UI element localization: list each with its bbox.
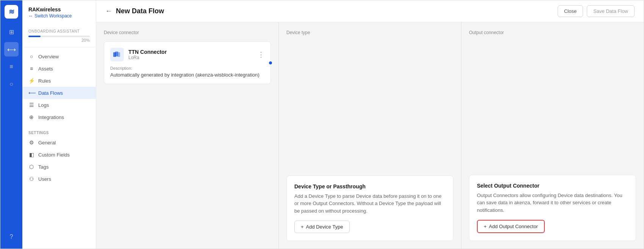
sidebar-item-label: Custom Fields xyxy=(38,152,70,158)
device-type-column: Device type Device Type or Passthrough A… xyxy=(279,22,461,249)
data-flows-icon: ⟵ xyxy=(28,90,34,96)
question-nav-icon[interactable]: ? xyxy=(4,230,19,244)
save-data-flow-button[interactable]: Save Data Flow xyxy=(587,5,635,17)
left-sidebar: RAKwireless ↔ Switch Workspace ONBOARDIN… xyxy=(22,0,96,249)
sidebar-item-general[interactable]: ⚙ General xyxy=(22,136,96,149)
card-title-group: TTN Connector LoRa xyxy=(128,49,167,60)
passthrough-info: Device Type or Passthrough Add a Device … xyxy=(286,175,453,241)
switch-workspace-link[interactable]: ↔ Switch Workspace xyxy=(28,13,90,19)
sidebar-item-overview[interactable]: ○ Overview xyxy=(22,50,96,63)
main-content: ← New Data Flow Close Save Data Flow Dev… xyxy=(96,0,644,249)
device-connector-column: Device connector xyxy=(96,22,279,249)
output-connector-column: Output connector Select Output Connector… xyxy=(461,22,644,249)
sidebar-item-tags[interactable]: ⬡ Tags xyxy=(22,161,96,173)
sidebar-item-custom-fields[interactable]: ◧ Custom Fields xyxy=(22,149,96,161)
back-button[interactable]: ← xyxy=(105,7,112,15)
workspace-name: RAKwireless xyxy=(28,6,90,13)
logo-box: ≋ xyxy=(5,5,18,19)
sidebar-item-label: Assets xyxy=(38,66,53,72)
app-logo: ≋ xyxy=(9,8,14,16)
flow-area: Device connector xyxy=(96,22,644,249)
sidebar-item-assets[interactable]: ≡ Assets xyxy=(22,63,96,75)
plus-icon: + xyxy=(484,224,487,229)
sidebar-item-label: Overview xyxy=(38,54,59,60)
sidebar-item-label: General xyxy=(38,140,56,146)
assets-icon: ≡ xyxy=(28,66,34,72)
card-subtitle: LoRa xyxy=(128,55,167,60)
device-connector-title: Device connector xyxy=(104,30,271,35)
app-container: ≋ ⊞ ⟷ ≡ ○ ? RAKwireless ↔ Switch Workspa… xyxy=(0,0,644,249)
onboarding-section: ONBOARDING ASSISTANT 20% xyxy=(22,25,96,47)
progress-bar-bg xyxy=(28,36,90,37)
top-bar-left: ← New Data Flow xyxy=(105,7,164,15)
rules-icon: ⚡ xyxy=(28,78,34,84)
sidebar-item-label: Data Flows xyxy=(38,90,63,96)
ttn-connector-icon xyxy=(110,48,124,61)
progress-bar-fill xyxy=(28,36,41,37)
card-icon-title: TTN Connector LoRa xyxy=(110,48,167,61)
general-icon: ⚙ xyxy=(28,139,34,146)
dataflows-nav-icon[interactable]: ⟷ xyxy=(4,42,19,56)
users-nav-icon[interactable]: ○ xyxy=(4,77,19,91)
description-text: Automatically generated by integration (… xyxy=(110,72,264,78)
settings-label: SETTINGS xyxy=(22,128,96,136)
output-info: Select Output Connector Output Connector… xyxy=(469,175,636,241)
output-text: Output Connectors allow configuring Devi… xyxy=(477,192,628,214)
add-output-connector-button[interactable]: + Add Output Connector xyxy=(477,220,545,233)
card-title: TTN Connector xyxy=(128,49,167,55)
icon-sidebar: ≋ ⊞ ⟷ ≡ ○ ? xyxy=(0,0,22,249)
connector-card: TTN Connector LoRa ⋮ Description: Automa… xyxy=(104,41,271,84)
add-device-type-label: Add Device Type xyxy=(306,224,343,230)
overview-icon: ○ xyxy=(28,53,34,60)
device-type-title: Device type xyxy=(286,30,453,35)
passthrough-title: Device Type or Passthrough xyxy=(294,183,445,189)
connector-dot xyxy=(268,61,273,65)
output-title: Select Output Connector xyxy=(477,183,628,189)
progress-text: 20% xyxy=(28,38,90,42)
logs-icon: ☰ xyxy=(28,102,34,108)
sidebar-item-label: Logs xyxy=(38,102,49,108)
page-title: New Data Flow xyxy=(116,7,164,15)
sidebar-item-data-flows[interactable]: ⟵ Data Flows xyxy=(22,87,96,99)
card-header: TTN Connector LoRa ⋮ xyxy=(110,48,264,61)
onboarding-label: ONBOARDING ASSISTANT xyxy=(28,29,90,33)
svg-rect-2 xyxy=(117,52,120,57)
top-bar: ← New Data Flow Close Save Data Flow xyxy=(96,0,644,22)
card-menu-button[interactable]: ⋮ xyxy=(258,50,264,59)
sidebar-item-label: Users xyxy=(38,176,51,182)
assets-nav-icon[interactable]: ≡ xyxy=(4,60,19,74)
sidebar-item-users[interactable]: ⚇ Users xyxy=(22,173,96,185)
sidebar-nav: ○ Overview ≡ Assets ⚡ Rules ⟵ Data Flows… xyxy=(22,50,96,243)
sidebar-header: RAKwireless ↔ Switch Workspace xyxy=(22,6,96,25)
sidebar-item-label: Tags xyxy=(38,164,48,170)
add-device-type-button[interactable]: + Add Device Type xyxy=(294,221,350,233)
integrations-icon: ⊕ xyxy=(28,114,34,120)
sidebar-item-rules[interactable]: ⚡ Rules xyxy=(22,75,96,87)
custom-fields-icon: ◧ xyxy=(28,152,34,158)
dashboard-nav-icon[interactable]: ⊞ xyxy=(4,25,19,39)
add-output-connector-label: Add Output Connector xyxy=(489,224,538,229)
passthrough-text: Add a Device Type to parse Device data b… xyxy=(294,193,445,215)
sidebar-item-label: Rules xyxy=(38,78,51,84)
settings-section: SETTINGS ⚙ General ◧ Custom Fields ⬡ Tag… xyxy=(22,128,96,185)
output-connector-title: Output connector xyxy=(469,30,636,35)
tags-icon: ⬡ xyxy=(28,164,34,170)
sidebar-item-integrations[interactable]: ⊕ Integrations xyxy=(22,111,96,123)
users-icon: ⚇ xyxy=(28,176,34,182)
top-bar-right: Close Save Data Flow xyxy=(558,5,635,17)
sidebar-item-label: Integrations xyxy=(38,114,64,120)
sidebar-item-logs[interactable]: ☰ Logs xyxy=(22,99,96,111)
description-label: Description: xyxy=(110,66,264,70)
plus-icon: + xyxy=(301,224,304,230)
ttn-svg xyxy=(113,50,122,59)
close-button[interactable]: Close xyxy=(558,5,583,17)
